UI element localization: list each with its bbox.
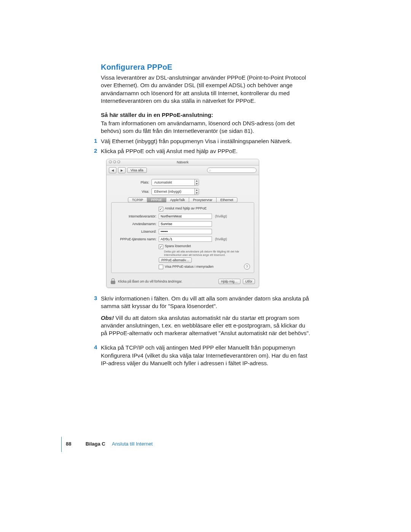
label-password: Lösenord:: [115, 230, 159, 233]
help-me-button[interactable]: Hjälp mig…: [218, 279, 241, 284]
appendix-label: Bilaga C: [86, 441, 105, 447]
search-icon: ⌕: [209, 168, 211, 172]
intro-paragraph: Vissa leverantörer av DSL-anslutningar a…: [101, 74, 312, 105]
pppoe-panel: ✓ Anslut med hjälp av PPPoE Internetleve…: [111, 202, 254, 273]
checkbox-save-password-label: Spara lösenordet: [165, 244, 191, 248]
lock-text: Klicka på låset om du vill förhindra änd…: [118, 280, 182, 283]
back-button[interactable]: ◀: [109, 167, 116, 173]
select-visa-value: Ethernet (inbyggt): [152, 189, 194, 194]
traffic-lights[interactable]: [109, 160, 120, 163]
hint-optional: (frivilligt): [215, 237, 227, 241]
tab-ethernet[interactable]: Ethernet: [216, 197, 237, 203]
help-icon[interactable]: ?: [244, 264, 250, 270]
obs-lead: Obs!: [101, 315, 114, 321]
appendix-title: Ansluta till Internet: [112, 441, 153, 447]
window-titlebar: Nätverk: [107, 159, 259, 166]
select-plats[interactable]: Automatiskt ▴▾: [151, 179, 199, 186]
label-service: PPPoE-tjänstens namn:: [115, 237, 159, 241]
tab-tcpip[interactable]: TCP/IP: [128, 197, 147, 203]
section-title: Konfigurera PPPoE: [101, 63, 312, 72]
step-number: 1: [94, 137, 97, 144]
steps-heading: Så här ställer du in en PPPoE-anslutning…: [101, 112, 312, 118]
checkbox-show-status[interactable]: [159, 265, 163, 269]
step-number: 3: [94, 295, 97, 301]
footer-rule: [61, 437, 62, 452]
select-visa[interactable]: Ethernet (inbyggt) ▴▾: [151, 188, 199, 195]
steps-intro: Ta fram informationen om användarnamn, l…: [101, 120, 312, 135]
step-text: Klicka på TCP/IP och välj antingen Med P…: [101, 344, 307, 366]
obs-paragraph: Obs! Vill du att datorn ska anslutas aut…: [101, 314, 312, 337]
select-plats-value: Automatiskt: [152, 180, 194, 185]
pppoe-options-button[interactable]: PPPoE-alternativ…: [159, 257, 192, 263]
label-visa: Visa:: [111, 190, 151, 193]
page-footer: 88 Bilaga C Ansluta till Internet: [66, 441, 153, 447]
network-prefs-screenshot: Nätverk ◀ ▶ Visa alla ⌕ Plats: Automatis…: [106, 159, 259, 288]
obs-body: Vill du att datorn ska anslutas automati…: [101, 315, 310, 337]
step-number: 2: [94, 147, 97, 154]
tab-proxy[interactable]: Proxyservrar: [189, 197, 217, 203]
input-service[interactable]: [159, 236, 212, 242]
tab-appletalk[interactable]: AppleTalk: [166, 197, 189, 203]
save-password-note: Detta gör att alla användare på datorn f…: [164, 250, 248, 257]
chevron-updown-icon: ▴▾: [194, 189, 199, 195]
window-title: Nätverk: [177, 160, 188, 164]
label-username: Användarnamn:: [115, 222, 159, 226]
zoom-icon[interactable]: [117, 160, 120, 163]
tab-pppoe[interactable]: PPPoE: [147, 197, 166, 203]
step-number: 4: [94, 344, 97, 350]
step-4: 4 Klicka på TCP/IP och välj antingen Med…: [101, 344, 312, 367]
window-toolbar: ◀ ▶ Visa alla ⌕: [107, 166, 259, 175]
label-isp: Internetleverantör:: [115, 214, 159, 218]
step-text: Skriv informationen i fälten. Om du vill…: [101, 295, 309, 309]
window-footer: Klicka på låset om du vill förhindra änd…: [107, 276, 259, 288]
minimize-icon[interactable]: [113, 160, 116, 163]
checkbox-save-password[interactable]: ✓: [159, 244, 163, 249]
input-username[interactable]: [159, 221, 212, 227]
step-1: 1 Välj Ethernet (inbyggt) från popupmeny…: [101, 137, 312, 145]
input-password[interactable]: [159, 229, 212, 234]
step-text: Klicka på PPPoE och välj Anslut med hjäl…: [101, 148, 237, 154]
checkbox-connect-pppoe[interactable]: ✓: [159, 207, 163, 211]
show-all-button[interactable]: Visa alla: [127, 168, 147, 173]
close-icon[interactable]: [109, 160, 112, 163]
tab-bar: TCP/IP PPPoE AppleTalk Proxyservrar Ethe…: [111, 197, 254, 203]
hint-optional: (frivilligt): [215, 214, 227, 218]
forward-button[interactable]: ▶: [118, 167, 126, 173]
step-text: Välj Ethernet (inbyggt) från popupmenyn …: [101, 138, 292, 144]
page-number: 88: [66, 441, 71, 447]
step-2: 2 Klicka på PPPoE och välj Anslut med hj…: [101, 147, 312, 155]
lock-icon[interactable]: [110, 278, 116, 284]
checkbox-show-status-label: Visa PPPoE-status i menyraden: [165, 265, 213, 268]
chevron-updown-icon: ▴▾: [194, 179, 199, 185]
input-isp[interactable]: [159, 214, 212, 219]
step-3: 3 Skriv informationen i fälten. Om du vi…: [101, 295, 312, 310]
label-plats: Plats:: [111, 181, 151, 184]
search-field[interactable]: ⌕: [207, 168, 256, 173]
checkbox-connect-pppoe-label: Anslut med hjälp av PPPoE: [165, 206, 207, 210]
apply-button[interactable]: Utför: [243, 279, 255, 284]
